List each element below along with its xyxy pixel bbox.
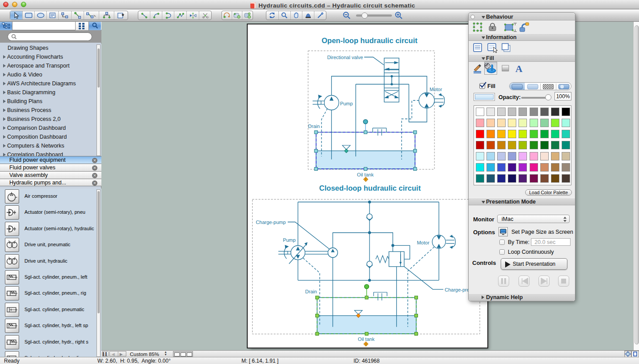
- svg-text:Drain: Drain: [308, 124, 320, 129]
- svg-text:Pump: Pump: [283, 237, 296, 243]
- svg-text:Pump: Pump: [340, 101, 353, 106]
- svg-text:Oil tank: Oil tank: [358, 336, 375, 342]
- svg-text:Drain: Drain: [305, 289, 317, 294]
- svg-text:Open-loop hudraulic circuit: Open-loop hudraulic circuit: [322, 36, 418, 44]
- svg-text:Oil tank: Oil tank: [357, 172, 374, 177]
- svg-text:A: A: [515, 63, 522, 74]
- svg-text:Motor: Motor: [417, 240, 429, 245]
- svg-text:Motor: Motor: [430, 87, 442, 92]
- svg-text:Closed-loop hudraulic circuit: Closed-loop hudraulic circuit: [319, 184, 421, 192]
- svg-text:Directional valve: Directional valve: [327, 55, 363, 60]
- svg-text:Charge-pump: Charge-pump: [256, 220, 285, 225]
